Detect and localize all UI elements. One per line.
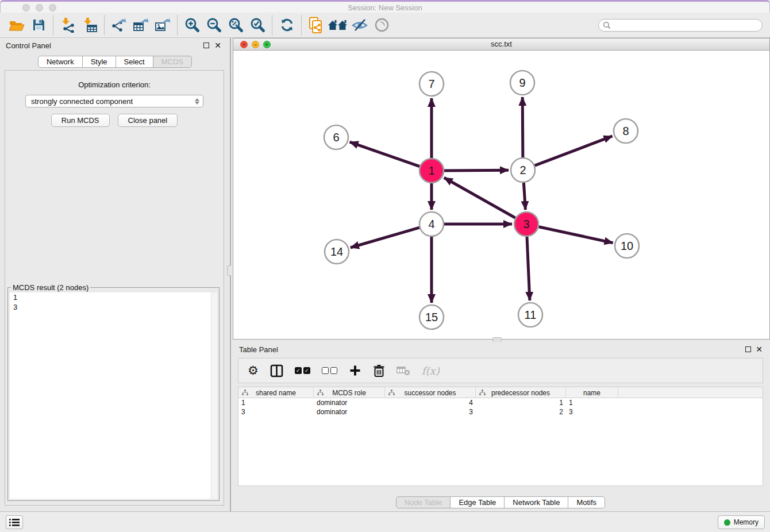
network-graph[interactable]: 7968124314101511 <box>233 51 769 339</box>
open-session-button[interactable] <box>6 14 28 36</box>
select-all-icon[interactable]: ✓✓ <box>295 367 310 374</box>
table-row[interactable]: 3dominator323 <box>238 407 763 417</box>
zoom-out-button[interactable] <box>203 14 225 36</box>
deselect-all-icon[interactable] <box>322 367 337 374</box>
table-tab-edge-table[interactable]: Edge Table <box>451 496 505 508</box>
zoom-fit-button[interactable] <box>225 14 247 36</box>
table-cell[interactable]: dominator <box>314 398 385 407</box>
table-cell[interactable]: 3 <box>238 407 314 417</box>
column-header-predecessor-nodes[interactable]: predecessor nodes <box>476 387 566 398</box>
settings-gear-icon[interactable]: ⚙ <box>248 365 259 376</box>
zoom-selected-button[interactable] <box>247 14 268 36</box>
home-button[interactable] <box>327 14 349 36</box>
delete-column-icon[interactable] <box>373 364 385 377</box>
table-cell[interactable]: 1 <box>238 398 314 407</box>
svg-text:4: 4 <box>428 218 434 230</box>
graph-node-4[interactable]: 4 <box>419 212 444 236</box>
column-header-MCDS-role[interactable]: MCDS role <box>314 387 385 398</box>
graph-edge-3-11[interactable] <box>527 237 530 300</box>
clone-network-button[interactable] <box>305 14 327 36</box>
refresh-button[interactable] <box>276 14 298 36</box>
tab-network[interactable]: Network <box>38 56 83 68</box>
graph-edge-1-2[interactable] <box>444 170 509 171</box>
run-mcds-button[interactable]: Run MCDS <box>51 114 110 127</box>
open-folder-icon <box>9 19 25 32</box>
hide-selected-button[interactable] <box>349 14 371 36</box>
export-image-button[interactable] <box>152 14 174 36</box>
graph-edge-3-10[interactable] <box>539 227 613 243</box>
import-table-button[interactable] <box>79 14 101 36</box>
tab-mcds[interactable]: MCDS <box>153 56 192 68</box>
svg-text:10: 10 <box>621 240 633 252</box>
graph-node-9[interactable]: 9 <box>510 71 534 95</box>
graph-edge-2-8[interactable] <box>535 136 613 165</box>
graph-node-15[interactable]: 15 <box>419 305 444 329</box>
result-scrollbar[interactable] <box>211 292 217 499</box>
tab-select[interactable]: Select <box>116 56 153 68</box>
graph-node-7[interactable]: 7 <box>419 72 444 96</box>
graph-node-6[interactable]: 6 <box>324 125 348 149</box>
export-table-button[interactable] <box>130 14 152 36</box>
node-table: shared nameMCDS rolesuccessor nodesprede… <box>238 387 763 486</box>
main-toolbar <box>0 13 770 38</box>
table-cell[interactable]: 2 <box>476 407 566 417</box>
zoom-out-icon <box>205 17 222 34</box>
graph-node-8[interactable]: 8 <box>614 119 638 143</box>
split-columns-icon[interactable] <box>270 364 283 377</box>
search-field[interactable] <box>598 19 763 32</box>
memory-button[interactable]: Memory <box>718 515 765 529</box>
graph-edge-3-1[interactable] <box>444 178 515 218</box>
graph-edge-4-14[interactable] <box>351 228 419 248</box>
table-cell[interactable]: 1 <box>476 398 566 407</box>
graph-node-14[interactable]: 14 <box>325 240 349 264</box>
toolbar-separator <box>177 16 178 35</box>
add-column-icon[interactable] <box>349 364 361 377</box>
graph-edge-1-6[interactable] <box>350 142 420 167</box>
table-tab-network-table[interactable]: Network Table <box>505 496 568 508</box>
graph-node-10[interactable]: 10 <box>615 234 639 258</box>
graph-edge-2-3[interactable] <box>523 183 525 210</box>
float-panel-icon[interactable] <box>745 346 751 352</box>
graph-node-3[interactable]: 3 <box>514 212 538 236</box>
table-cell[interactable]: 3 <box>385 407 476 417</box>
column-header-name[interactable]: name <box>566 387 618 398</box>
graph-node-2[interactable]: 2 <box>511 158 535 182</box>
table-cell[interactable]: 1 <box>566 398 618 407</box>
save-session-button[interactable] <box>28 14 49 36</box>
table-toolbar: ⚙ ✓✓ <box>238 358 763 383</box>
mcds-result-list[interactable]: 13 <box>10 292 217 499</box>
show-eye-button[interactable] <box>371 14 392 36</box>
table-tab-node-table[interactable]: Node Table <box>396 496 451 508</box>
network-window-title: scc.txt <box>233 38 769 51</box>
search-input[interactable] <box>613 20 762 30</box>
column-header-successor-nodes[interactable]: successor nodes <box>385 387 476 398</box>
graph-node-1[interactable]: 1 <box>419 159 444 183</box>
graph-node-11[interactable]: 11 <box>518 303 542 327</box>
import-network-button[interactable] <box>57 14 79 36</box>
table-cell[interactable]: dominator <box>314 407 385 417</box>
zoom-in-button[interactable] <box>181 14 203 36</box>
float-panel-icon[interactable] <box>203 43 209 48</box>
close-panel-icon[interactable]: ✕ <box>756 345 763 354</box>
criterion-dropdown[interactable]: strongly connected component <box>25 95 203 107</box>
task-history-button[interactable] <box>6 515 23 529</box>
table-cell[interactable]: 3 <box>566 407 618 417</box>
table-cell[interactable]: 4 <box>385 398 476 407</box>
graph-edge-2-9[interactable] <box>522 97 523 157</box>
svg-text:11: 11 <box>525 309 537 321</box>
import-table-icon <box>82 17 98 33</box>
mcds-result-line: 3 <box>10 302 217 312</box>
table-row[interactable]: 1dominator411 <box>238 398 763 407</box>
table-tab-motifs[interactable]: Motifs <box>568 496 605 508</box>
svg-text:6: 6 <box>333 131 339 144</box>
export-network-button[interactable] <box>108 14 130 36</box>
column-header-shared-name[interactable]: shared name <box>238 387 314 398</box>
table-panel-title: Table Panel <box>239 345 278 354</box>
tab-style[interactable]: Style <box>83 56 116 68</box>
network-canvas[interactable]: 7968124314101511 <box>233 51 769 339</box>
toolbar-separator <box>53 16 53 35</box>
mcds-panel: Optimization criterion: strongly connect… <box>5 70 224 506</box>
close-panel-button[interactable]: Close panel <box>118 114 178 127</box>
close-panel-icon[interactable]: ✕ <box>214 41 221 50</box>
dropdown-stepper-icon <box>195 98 199 105</box>
